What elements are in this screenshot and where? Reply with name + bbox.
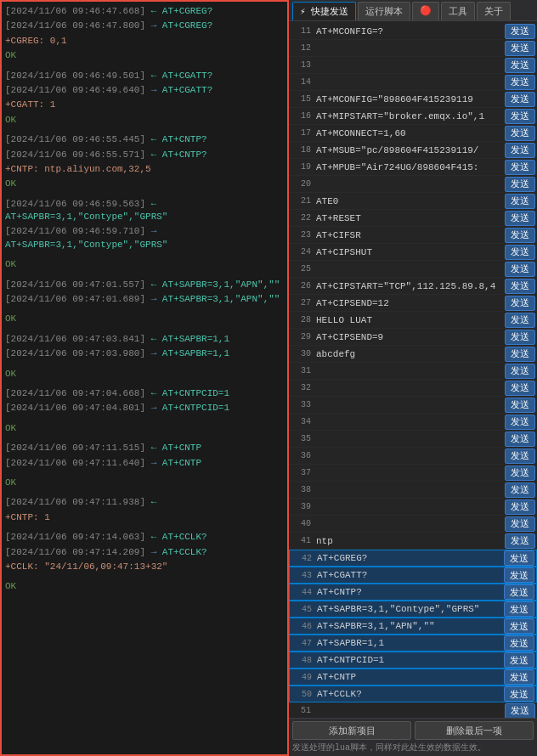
cmd-input[interactable] (314, 279, 505, 294)
cmd-input[interactable] (314, 516, 505, 532)
cmd-input[interactable] (314, 499, 505, 515)
tab-about[interactable]: 关于 (477, 2, 511, 20)
cmd-input[interactable] (315, 686, 504, 702)
cmd-input[interactable] (314, 58, 505, 73)
cmd-input[interactable] (314, 109, 505, 124)
tab-tools[interactable]: 工具 (441, 2, 475, 20)
send-button[interactable]: 发送 (504, 618, 534, 634)
send-button[interactable]: 发送 (505, 58, 535, 73)
send-button[interactable]: 发送 (505, 347, 535, 362)
tab-quick-send[interactable]: ⚡ 快捷发送 (292, 2, 356, 20)
cmd-input[interactable] (314, 381, 505, 396)
cmd-input[interactable] (315, 669, 504, 685)
cmd-input[interactable] (315, 618, 504, 634)
send-button[interactable]: 发送 (505, 499, 535, 515)
send-button[interactable]: 发送 (504, 686, 534, 702)
send-button[interactable]: 发送 (505, 313, 535, 328)
send-button[interactable]: 发送 (505, 432, 535, 447)
cmd-input[interactable] (314, 177, 505, 192)
log-panel[interactable]: [2024/11/06 09:46:47.668] ← AT+CGREG?[20… (0, 0, 289, 756)
log-line: [2024/11/06 09:47:03.841] ← AT+SAPBR=1,1 (5, 333, 284, 346)
send-button[interactable]: 发送 (504, 669, 534, 685)
send-button[interactable]: 发送 (505, 381, 535, 396)
cmd-input[interactable] (314, 482, 505, 498)
send-button[interactable]: 发送 (505, 330, 535, 345)
send-button[interactable]: 发送 (505, 228, 535, 243)
quick-send-icon: ⚡ (300, 7, 306, 17)
cmd-input[interactable] (314, 75, 505, 90)
send-button[interactable]: 发送 (505, 449, 535, 464)
cmd-input[interactable] (315, 652, 504, 668)
cmd-row: 19发送 (289, 159, 537, 176)
send-button[interactable]: 发送 (504, 635, 534, 651)
send-button[interactable]: 发送 (505, 41, 535, 56)
send-button[interactable]: 发送 (505, 24, 535, 39)
cmd-input[interactable] (314, 364, 505, 379)
cmd-input[interactable] (314, 449, 505, 464)
add-item-button[interactable]: 添加新项目 (292, 721, 411, 740)
send-button[interactable]: 发送 (504, 567, 534, 583)
cmd-input[interactable] (315, 635, 504, 651)
cmd-input[interactable] (314, 24, 505, 39)
send-button[interactable]: 发送 (504, 584, 534, 600)
send-button[interactable]: 发送 (505, 75, 535, 90)
cmd-input[interactable] (314, 465, 505, 481)
cmd-input[interactable] (315, 584, 504, 600)
send-button[interactable]: 发送 (505, 482, 535, 498)
send-button[interactable]: 发送 (505, 262, 535, 277)
send-button[interactable]: 发送 (505, 398, 535, 413)
send-button[interactable]: 发送 (505, 465, 535, 481)
cmd-input[interactable] (315, 550, 504, 566)
send-button[interactable]: 发送 (505, 143, 535, 158)
send-button[interactable]: 发送 (505, 415, 535, 430)
send-button[interactable]: 发送 (505, 126, 535, 141)
cmd-input[interactable] (314, 126, 505, 141)
send-button[interactable]: 发送 (505, 177, 535, 192)
send-button[interactable]: 发送 (505, 109, 535, 124)
tab-run-script[interactable]: 运行脚本 (358, 2, 410, 20)
cmd-input[interactable] (315, 601, 504, 617)
cmd-input[interactable] (314, 415, 505, 430)
send-button[interactable]: 发送 (505, 516, 535, 532)
send-button[interactable]: 发送 (504, 601, 534, 617)
send-button[interactable]: 发送 (505, 194, 535, 209)
send-button[interactable]: 发送 (505, 296, 535, 311)
cmd-input[interactable] (314, 703, 505, 719)
send-button[interactable]: 发送 (504, 550, 534, 566)
cmd-input[interactable] (314, 262, 505, 277)
cmd-input[interactable] (314, 92, 505, 107)
cmd-input[interactable] (314, 313, 505, 328)
tab-red[interactable]: 🔴 (412, 2, 439, 20)
cmd-input[interactable] (314, 160, 505, 175)
cmd-input[interactable] (314, 330, 505, 345)
cmd-input[interactable] (314, 347, 505, 362)
cmd-row: 26发送 (289, 278, 537, 295)
cmd-row: 39发送 (289, 499, 537, 516)
send-button[interactable]: 发送 (505, 211, 535, 226)
cmd-input[interactable] (314, 296, 505, 311)
send-button[interactable]: 发送 (505, 703, 535, 719)
cmd-input[interactable] (314, 245, 505, 260)
send-button[interactable]: 发送 (505, 245, 535, 260)
cmd-input[interactable] (314, 41, 505, 56)
send-button[interactable]: 发送 (505, 279, 535, 294)
command-list[interactable]: 11发送12发送13发送14发送15发送16发送17发送18发送19发送20发送… (289, 21, 537, 718)
cmd-input[interactable] (314, 194, 505, 209)
cmd-input[interactable] (314, 228, 505, 243)
send-button[interactable]: 发送 (505, 160, 535, 175)
cmd-input[interactable] (314, 533, 505, 549)
cmd-number: 51 (291, 706, 314, 715)
cmd-input[interactable] (314, 143, 505, 158)
cmd-input[interactable] (314, 211, 505, 226)
send-button[interactable]: 发送 (504, 652, 534, 668)
cmd-input[interactable] (315, 567, 504, 583)
send-button[interactable]: 发送 (505, 533, 535, 549)
delete-last-button[interactable]: 删除最后一项 (415, 721, 534, 740)
send-button[interactable]: 发送 (505, 92, 535, 107)
cmd-row: 42发送 (289, 550, 537, 567)
cmd-input[interactable] (314, 398, 505, 413)
cmd-input[interactable] (314, 432, 505, 447)
send-button[interactable]: 发送 (505, 364, 535, 379)
cmd-number: 44 (291, 588, 315, 597)
cmd-number: 39 (291, 502, 314, 511)
